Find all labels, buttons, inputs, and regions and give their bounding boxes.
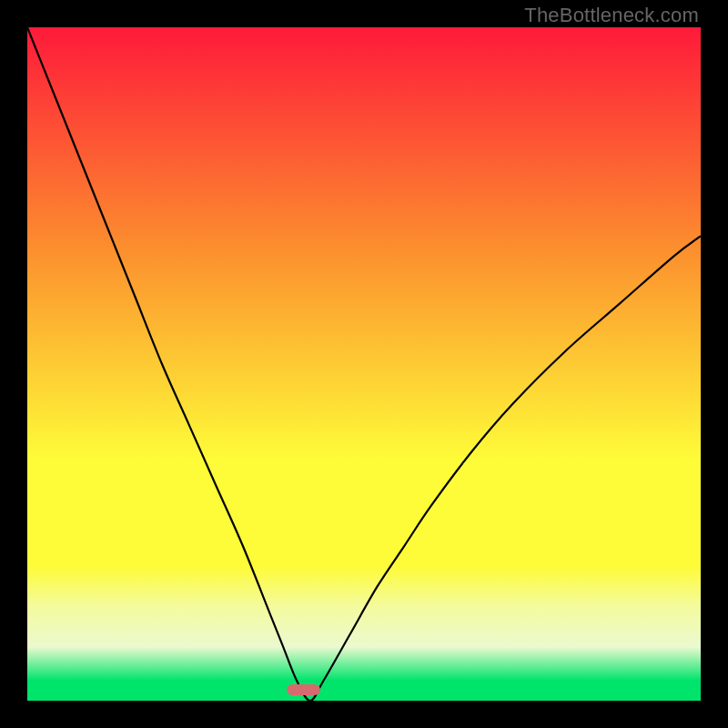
chart-frame: TheBottleneck.com: [0, 0, 728, 728]
bottleneck-curve: [27, 27, 701, 701]
plot-area: [27, 27, 701, 701]
watermark-text: TheBottleneck.com: [524, 4, 699, 27]
optimal-range-marker: [287, 684, 320, 695]
